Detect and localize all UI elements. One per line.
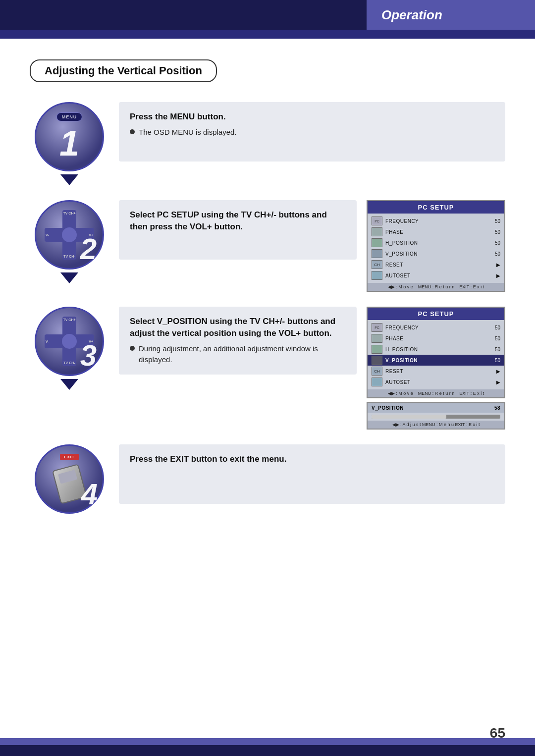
pc-setup-row-reset: CH RESET ▶ bbox=[368, 259, 504, 270]
step-3-bullet-text: During adjustment, an additional adjustm… bbox=[139, 343, 346, 366]
step-2-pc-setup-widget: PC SETUP PC FREQUENCY 50 PHASE 50 H_PO bbox=[367, 200, 505, 292]
step-3-arrow bbox=[60, 379, 78, 390]
pc3-icon-6 bbox=[372, 378, 382, 386]
pc-setup-2-footer: ◀▶ : M o v e MENU : R e t u r n EXIT : E… bbox=[368, 283, 504, 291]
steps-container: MENU 1 Press the MENU button. The OSD ME… bbox=[30, 102, 505, 514]
pc-icon-6 bbox=[372, 271, 382, 280]
step-1-bullet: The OSD MENU is displayed. bbox=[130, 127, 494, 138]
pc3-row-freq: PC FREQUENCY 50 bbox=[368, 322, 504, 333]
step-1-button-label: MENU bbox=[56, 112, 83, 121]
pc3-icon-4 bbox=[372, 356, 382, 365]
step-2-icon-col: TV CH+ TV CH- V+ V- 2 bbox=[30, 200, 109, 283]
pc-setup-3-footer: ◀▶ : M o v e MENU : R e t u r n EXIT : E… bbox=[368, 389, 504, 397]
footer-stripe bbox=[0, 738, 535, 745]
pc3-icon-1: PC bbox=[372, 323, 382, 332]
step-4-icon-col: EXIT 4 bbox=[30, 444, 109, 514]
dpad-tv-ch-plus: TV CH+ bbox=[63, 212, 75, 215]
v-position-label: V_POSITION bbox=[372, 405, 404, 411]
step-3-bullet: During adjustment, an additional adjustm… bbox=[130, 343, 346, 366]
step-2-content: Select PC SETUP using the TV CH+/- butto… bbox=[119, 200, 357, 260]
step-1-title: Press the MENU button. bbox=[130, 111, 494, 123]
step-1-number: 1 bbox=[59, 125, 79, 161]
step-3-widgets: PC SETUP PC FREQUENCY 50 PHASE 50 bbox=[367, 307, 505, 430]
v-position-footer: ◀▶ : A d j u s t MENU : M e n u EXIT : E… bbox=[368, 421, 504, 429]
step-2-number: 2 bbox=[80, 234, 97, 264]
section-title-box: Adjusting the Vertical Position bbox=[30, 59, 217, 82]
step-3-circle: TV CH+ TV CH- V+ V- 3 bbox=[35, 307, 104, 376]
step-3-number: 3 bbox=[80, 341, 97, 371]
pc-setup-2-title: PC SETUP bbox=[368, 201, 504, 214]
header-operation-bar: Operation bbox=[367, 0, 535, 30]
pc-setup-row-vpos: V_POSITION 50 bbox=[368, 248, 504, 259]
pc-setup-row-phase: PHASE 50 bbox=[368, 226, 504, 237]
pc-icon-4 bbox=[372, 249, 382, 258]
dpad-tv-ch-minus: TV CH- bbox=[63, 255, 75, 258]
exit-badge: EXIT bbox=[60, 454, 79, 460]
pc-icon-5: CH bbox=[372, 260, 382, 269]
step-3-pc-setup-widget: PC SETUP PC FREQUENCY 50 PHASE 50 bbox=[367, 307, 505, 398]
step-3-icon-col: TV CH+ TV CH- V+ V- 3 bbox=[30, 307, 109, 390]
pc-setup-3-body: PC FREQUENCY 50 PHASE 50 H_POSITION bbox=[368, 320, 504, 389]
v-position-value: 58 bbox=[494, 405, 500, 411]
step-4-title: Press the EXIT button to exit the menu. bbox=[130, 453, 494, 465]
step-1-row: MENU 1 Press the MENU button. The OSD ME… bbox=[30, 102, 505, 185]
step-4-content: Press the EXIT button to exit the menu. bbox=[119, 444, 505, 504]
pc3-row-reset: CH RESET ▶ bbox=[368, 366, 504, 377]
section-title: Adjusting the Vertical Position bbox=[45, 64, 202, 77]
dpad-vol-minus: V- bbox=[46, 233, 49, 237]
step-2-circle: TV CH+ TV CH- V+ V- 2 bbox=[35, 200, 104, 270]
step-1-content: Press the MENU button. The OSD MENU is d… bbox=[119, 102, 505, 162]
v-position-bar-fill bbox=[372, 415, 446, 419]
step-1-circle: MENU 1 bbox=[35, 102, 104, 171]
pc-icon-1: PC bbox=[372, 216, 382, 225]
pc3-icon-5: CH bbox=[372, 367, 382, 376]
step-4-row: EXIT 4 Press the EXIT button to exit the… bbox=[30, 444, 505, 514]
step-3-row: TV CH+ TV CH- V+ V- 3 Select V_POSITION … bbox=[30, 307, 505, 430]
step-1-icon-col: MENU 1 bbox=[30, 102, 109, 185]
v-position-header: V_POSITION 58 bbox=[368, 403, 504, 413]
pc-setup-3-title: PC SETUP bbox=[368, 308, 504, 320]
pc-icon-2 bbox=[372, 227, 382, 236]
step-2-title: Select PC SETUP using the TV CH+/- butto… bbox=[130, 209, 346, 233]
pc3-row-vpos: V_POSITION 50 bbox=[368, 355, 504, 366]
v-position-bar-area bbox=[368, 413, 504, 421]
step-4-number: 4 bbox=[81, 480, 98, 509]
footer-bottom bbox=[0, 745, 535, 756]
pc3-row-hpos: H_POSITION 50 bbox=[368, 344, 504, 355]
pc3-icon-3 bbox=[372, 345, 382, 354]
step-3-bullet-dot bbox=[130, 346, 135, 351]
pc-setup-row-autoset: AUTOSET ▶ bbox=[368, 270, 504, 281]
step-4-circle: EXIT 4 bbox=[35, 444, 104, 514]
main-content: Adjusting the Vertical Position MENU 1 P… bbox=[30, 45, 505, 716]
pc3-row-autoset: AUTOSET ▶ bbox=[368, 377, 504, 387]
pc3-icon-2 bbox=[372, 334, 382, 343]
header-stripe bbox=[0, 30, 535, 39]
step-3-title: Select V_POSITION using the TV CH+/- but… bbox=[130, 316, 346, 339]
step-3-content: Select V_POSITION using the TV CH+/- but… bbox=[119, 307, 357, 375]
step-2-row: TV CH+ TV CH- V+ V- 2 Select PC SETUP us… bbox=[30, 200, 505, 292]
pc-setup-row-freq: PC FREQUENCY 50 bbox=[368, 216, 504, 226]
step-1-bullet-dot bbox=[130, 129, 135, 134]
step-2-arrow bbox=[60, 272, 78, 283]
pc-icon-3 bbox=[372, 238, 382, 247]
v-position-bar-bg bbox=[372, 415, 500, 419]
pc-setup-row-hpos: H_POSITION 50 bbox=[368, 237, 504, 248]
pc-setup-2-body: PC FREQUENCY 50 PHASE 50 H_POSITION 50 bbox=[368, 214, 504, 283]
step-1-arrow bbox=[60, 174, 78, 185]
step-1-bullet-text: The OSD MENU is displayed. bbox=[139, 127, 237, 138]
pc3-row-phase: PHASE 50 bbox=[368, 333, 504, 344]
v-position-widget: V_POSITION 58 ◀▶ : A d j u s t MENU : M … bbox=[367, 402, 505, 430]
operation-label: Operation bbox=[381, 7, 442, 23]
